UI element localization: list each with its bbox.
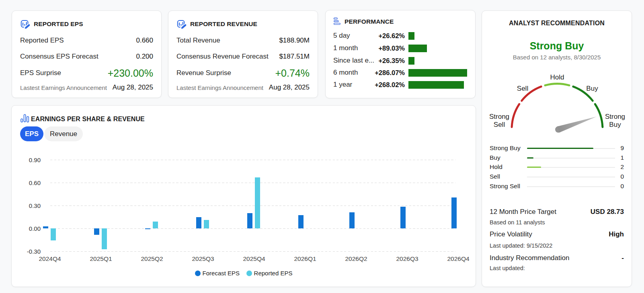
svg-text:Strong: Strong: [605, 113, 625, 120]
svg-text:Strong: Strong: [489, 113, 509, 120]
svg-text:Sell: Sell: [517, 85, 528, 92]
svg-text:Sell: Sell: [494, 121, 505, 128]
svg-text:Buy: Buy: [586, 85, 598, 92]
svg-text:Buy: Buy: [609, 121, 621, 128]
svg-text:Hold: Hold: [550, 73, 564, 81]
